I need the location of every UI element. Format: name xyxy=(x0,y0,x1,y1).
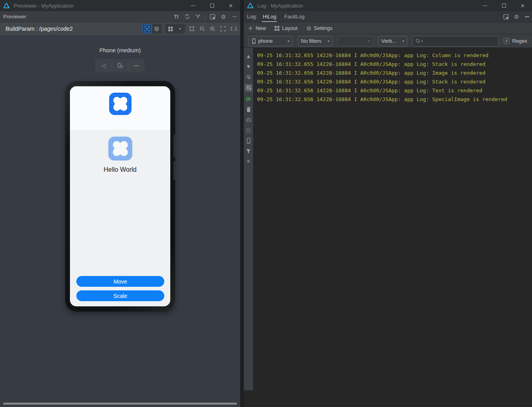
filters-select-value: No filters xyxy=(301,38,321,44)
maximize-button[interactable] xyxy=(494,0,513,11)
chevron-down-icon: ▾ xyxy=(368,39,370,43)
chevron-down-icon: ▾ xyxy=(327,39,329,43)
clear-log-icon[interactable] xyxy=(245,106,252,113)
device-select-value: phone xyxy=(258,38,273,44)
phone-device-frame: Hello World Move Scale xyxy=(65,81,175,312)
move-button[interactable]: Move xyxy=(76,276,164,287)
log-actionbar: + New Layout ⚙ Settings xyxy=(244,22,532,34)
settings-label: Settings xyxy=(314,25,333,31)
back-button[interactable]: ◁ xyxy=(95,59,112,72)
app-icon xyxy=(109,93,132,115)
buildparam-bar: BuildParam : /pages/code2 xyxy=(0,22,240,35)
log-line: 09-25 16:31:32.656 14228-16884 I A0c0d0/… xyxy=(257,95,532,104)
log-output[interactable]: 09-25 16:31:32.655 14228-16884 I A0c0d0/… xyxy=(253,48,532,390)
log-label: Log: xyxy=(246,14,259,22)
hide-panel-icon[interactable] xyxy=(523,13,530,20)
close-button[interactable]: ✕ xyxy=(221,0,240,11)
scroll-down-icon[interactable]: ▼ xyxy=(245,63,252,69)
buildparam-label: BuildParam : /pages/code2 xyxy=(6,26,73,32)
new-button[interactable]: + New xyxy=(248,24,266,32)
previewer-window: Previewer - MyApplication ✕ Previewer Tt xyxy=(0,0,241,407)
minimize-button[interactable] xyxy=(184,0,203,11)
regex-label: Regex xyxy=(512,38,527,44)
more-options-button[interactable]: ••• xyxy=(128,59,145,72)
refresh-icon[interactable] xyxy=(183,13,191,20)
close-session-icon[interactable]: ✕ xyxy=(245,158,252,165)
horizontal-scrollbar[interactable] xyxy=(3,403,237,405)
previewer-toolbar: Previewer Tt ⚙ xyxy=(0,11,240,22)
phone-icon xyxy=(252,38,256,44)
selection-frame-icon[interactable] xyxy=(188,25,195,32)
log-line: 09-25 16:31:32.656 14228-16884 I A0c0d0/… xyxy=(257,77,532,86)
search-icon xyxy=(415,38,420,44)
deveco-logo-icon xyxy=(3,2,10,9)
tab-faultlog[interactable]: FaultLog xyxy=(280,14,309,22)
close-button[interactable]: ✕ xyxy=(513,0,532,11)
panel-layout-icon[interactable] xyxy=(209,13,216,20)
zoom-in-icon[interactable] xyxy=(209,25,216,32)
panel-layout-icon[interactable] xyxy=(502,13,510,20)
volume-button xyxy=(173,135,176,157)
search-history-chevron-icon[interactable]: ▾ xyxy=(421,40,423,43)
minimize-button[interactable] xyxy=(476,0,494,11)
rotate-device-button[interactable] xyxy=(112,59,128,72)
chevron-down-icon[interactable]: ▾ xyxy=(175,25,184,33)
tab-hilog[interactable]: HiLog xyxy=(259,14,280,22)
log-tabbar: Log: HiLog FaultLog ⚙ xyxy=(244,11,532,22)
process-select[interactable]: ▾ xyxy=(338,36,373,46)
zoom-ratio-label[interactable]: 1:1 xyxy=(230,26,238,32)
restart-session-icon[interactable]: ⟳ xyxy=(245,96,252,102)
inspect-mode-icon[interactable] xyxy=(143,25,151,33)
preview-canvas: Phone (medium) ◁ ••• xyxy=(0,35,240,407)
save-log-icon[interactable] xyxy=(245,127,252,133)
settings-button[interactable]: ⚙ Settings xyxy=(306,25,333,32)
plus-icon: + xyxy=(248,24,253,32)
scroll-up-icon[interactable]: ▲ xyxy=(245,53,252,59)
window-title: Log - MyApplication xyxy=(257,3,303,9)
regex-checkbox[interactable]: ✓ xyxy=(504,38,510,44)
fit-to-screen-icon[interactable] xyxy=(219,25,227,32)
hello-world-text: Hello World xyxy=(70,166,170,173)
gear-icon: ⚙ xyxy=(306,25,311,32)
maximize-button[interactable] xyxy=(203,0,221,11)
log-side-toolbar: ▲ ▼ ⟳ xyxy=(244,48,253,390)
layout-grid-icon xyxy=(275,26,279,31)
screenshot-icon[interactable] xyxy=(245,117,252,123)
zoom-out-icon[interactable] xyxy=(199,25,206,32)
device-profile-label: Phone (medium) xyxy=(0,47,240,54)
layout-button[interactable]: Layout xyxy=(275,25,297,31)
device-log-icon[interactable] xyxy=(245,137,252,144)
inspector-plug-icon[interactable] xyxy=(194,13,201,20)
gear-icon[interactable]: ⚙ xyxy=(513,13,520,20)
font-settings-icon[interactable]: Tt xyxy=(173,13,180,20)
app-icon-faded[interactable] xyxy=(108,137,132,161)
filters-select[interactable]: No filters ▾ xyxy=(298,36,333,46)
previewer-titlebar: Previewer - MyApplication ✕ xyxy=(0,0,240,11)
log-filterbar: phone ▾ No filters ▾ ▾ Verb... ▾ ▾ ✓ Reg… xyxy=(244,34,532,48)
power-button xyxy=(173,161,176,180)
log-level-select[interactable]: Verb... ▾ xyxy=(378,36,407,46)
scale-button[interactable]: Scale xyxy=(76,290,164,301)
soft-wrap-icon[interactable] xyxy=(245,73,252,80)
previewer-tab-label: Previewer xyxy=(3,14,26,20)
search-input[interactable] xyxy=(424,38,496,44)
chevron-down-icon: ▾ xyxy=(402,39,404,43)
deveco-logo-icon xyxy=(247,2,253,9)
log-line: 09-25 16:31:32.656 14228-16884 I A0c0d0/… xyxy=(257,69,532,77)
log-window: Log - MyApplication ✕ Log: HiLog FaultLo… xyxy=(244,0,532,407)
log-level-value: Verb... xyxy=(381,38,397,44)
gear-icon[interactable]: ⚙ xyxy=(220,13,227,20)
log-line: 09-25 16:31:32.655 14228-16884 I A0c0d0/… xyxy=(257,60,532,69)
search-box[interactable]: ▾ xyxy=(412,36,499,46)
phone-screen: Hello World Move Scale xyxy=(70,86,170,306)
filter-funnel-icon[interactable] xyxy=(245,148,252,154)
layout-label: Layout xyxy=(282,25,297,31)
chevron-down-icon: ▾ xyxy=(287,39,289,43)
log-line: 09-25 16:31:32.656 14228-16884 I A0c0d0/… xyxy=(257,86,532,95)
components-grid-icon[interactable] xyxy=(166,25,175,33)
device-select[interactable]: phone ▾ xyxy=(249,36,293,46)
layers-icon[interactable] xyxy=(152,25,161,33)
hide-panel-icon[interactable] xyxy=(231,13,238,20)
new-label: New xyxy=(255,25,266,31)
scroll-to-end-icon[interactable] xyxy=(245,84,253,92)
